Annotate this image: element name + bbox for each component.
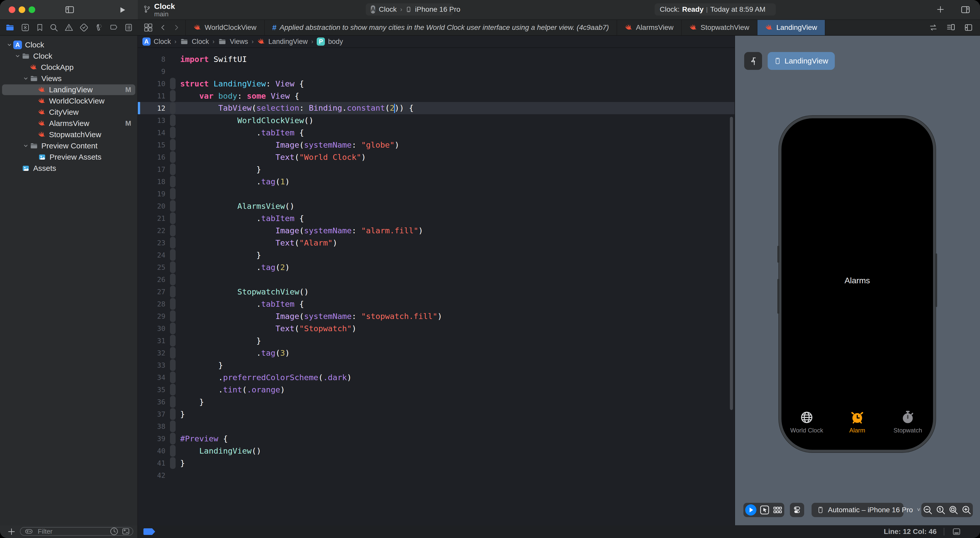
pin-preview-button[interactable] (744, 52, 762, 70)
issue-navigator-icon[interactable] (64, 23, 74, 32)
filter-field[interactable]: Filter (20, 527, 133, 536)
go-forward-icon[interactable] (173, 23, 180, 32)
add-file-icon[interactable] (7, 527, 16, 536)
fold-ribbon[interactable] (169, 151, 176, 163)
sidebar-item-cityview[interactable]: CityView (0, 106, 137, 118)
fold-ribbon[interactable] (169, 396, 176, 408)
run-button[interactable] (118, 6, 127, 14)
editor-tab-commit[interactable]: #Applied abstraction to show many cities… (264, 20, 617, 35)
find-navigator-icon[interactable] (49, 23, 59, 32)
library-plus-icon[interactable] (936, 5, 945, 14)
sidebar-item-views[interactable]: Views (0, 73, 137, 84)
zoom-100-icon[interactable] (935, 505, 946, 515)
fold-ribbon[interactable] (169, 347, 176, 359)
device-settings-button[interactable] (790, 503, 804, 517)
code-line-25[interactable]: 25 .tag(2) (138, 261, 735, 273)
fold-ribbon[interactable] (169, 408, 176, 420)
fold-ribbon[interactable] (169, 371, 176, 384)
report-navigator-icon[interactable] (124, 23, 133, 32)
editor-tab-stopwatchview[interactable]: StopwatchView (681, 20, 757, 35)
code-line-31[interactable]: 31 } (138, 335, 735, 347)
breakpoint-indicator[interactable] (143, 528, 155, 535)
project-navigator-icon[interactable] (5, 23, 15, 32)
code-line-12[interactable]: 12 TabView(selection: Binding.constant(2… (138, 102, 735, 114)
swap-editor-icon[interactable] (928, 23, 938, 32)
close-window-button[interactable] (9, 6, 15, 13)
fold-ribbon[interactable] (169, 261, 176, 273)
code-editor[interactable]: 8import SwiftUI910struct LandingView: Vi… (138, 48, 735, 525)
code-line-11[interactable]: 11 var body: some View { (138, 90, 735, 102)
code-line-26[interactable]: 26 (138, 273, 735, 286)
fold-ribbon[interactable] (169, 78, 176, 90)
breakpoint-navigator-icon[interactable] (109, 24, 119, 32)
editor-layout-icon[interactable] (951, 527, 962, 536)
code-line-22[interactable]: 22 Image(systemName: "alarm.fill") (138, 224, 735, 236)
toggle-sidebar-icon[interactable] (64, 5, 75, 14)
fold-ribbon[interactable] (169, 249, 176, 261)
sidebar-item-preview-assets[interactable]: Preview Assets (0, 151, 137, 163)
code-line-19[interactable]: 19 (138, 188, 735, 200)
code-line-17[interactable]: 17 } (138, 163, 735, 175)
editor-tab-alarmsview[interactable]: AlarmsView (617, 20, 681, 35)
fold-ribbon[interactable] (169, 273, 176, 286)
phone-tab-stopwatch[interactable]: Stopwatch (883, 411, 933, 434)
fold-ribbon[interactable] (169, 65, 176, 78)
code-line-15[interactable]: 15 Image(systemName: "globe") (138, 139, 735, 151)
test-navigator-icon[interactable] (80, 23, 89, 32)
sidebar-item-alarmsview[interactable]: AlarmsViewM (0, 118, 137, 129)
sidebar-item-clock[interactable]: Clock (0, 51, 137, 62)
fold-ribbon[interactable] (169, 420, 176, 432)
fold-ribbon[interactable] (169, 359, 176, 371)
sidebar-item-preview-content[interactable]: Preview Content (0, 140, 137, 151)
fold-ribbon[interactable] (169, 322, 176, 335)
iphone-preview[interactable]: Alarms World ClockAlarmStopwatch (779, 116, 935, 452)
activity-status[interactable]: Clock: Ready | Today at 8:59 AM (655, 3, 776, 16)
sidebar-item-assets[interactable]: Assets (0, 163, 137, 174)
go-back-icon[interactable] (160, 23, 166, 32)
phone-tab-alarm[interactable]: Alarm (832, 411, 883, 434)
editor-scrollbar[interactable] (730, 117, 733, 410)
code-line-34[interactable]: 34 .preferredColorScheme(.dark) (138, 371, 735, 384)
source-control-filter-icon[interactable] (121, 527, 130, 536)
zoom-in-icon[interactable] (961, 505, 972, 515)
code-line-13[interactable]: 13 WorldClockView() (138, 114, 735, 127)
breadcrumb-item-views[interactable]: Views (218, 38, 248, 46)
disclosure-chevron-icon[interactable] (23, 143, 30, 149)
zoom-out-icon[interactable] (923, 505, 933, 515)
code-line-20[interactable]: 20 AlarmsView() (138, 200, 735, 212)
fold-ribbon[interactable] (169, 224, 176, 236)
breadcrumb-item-body[interactable]: Pbody (317, 38, 343, 46)
code-line-35[interactable]: 35 .tint(.orange) (138, 384, 735, 396)
disclosure-chevron-icon[interactable] (15, 53, 21, 59)
disclosure-chevron-icon[interactable] (6, 42, 13, 48)
editor-tab-worldclockview[interactable]: WorldClockView (185, 20, 264, 35)
breadcrumb-item-landingview[interactable]: LandingView (257, 38, 308, 46)
fold-ribbon[interactable] (169, 432, 176, 445)
editor-options-icon[interactable] (946, 23, 956, 32)
fold-ribbon[interactable] (169, 127, 176, 139)
breadcrumb-item-clock[interactable]: AClock (142, 38, 171, 46)
fold-ribbon[interactable] (169, 212, 176, 224)
code-line-14[interactable]: 14 .tabItem { (138, 127, 735, 139)
breadcrumb-item-clock[interactable]: Clock (180, 38, 209, 46)
fold-ribbon[interactable] (169, 102, 176, 114)
fold-ribbon[interactable] (169, 139, 176, 151)
fold-ribbon[interactable] (169, 457, 176, 469)
disclosure-chevron-icon[interactable] (23, 76, 30, 81)
source-control-navigator-icon[interactable] (21, 23, 30, 32)
code-line-32[interactable]: 32 .tag(3) (138, 347, 735, 359)
minimize-window-button[interactable] (19, 6, 25, 13)
bookmark-navigator-icon[interactable] (36, 23, 44, 32)
fold-ribbon[interactable] (169, 236, 176, 249)
code-line-38[interactable]: 38 (138, 420, 735, 432)
code-line-27[interactable]: 27 StopwatchView() (138, 286, 735, 298)
fold-ribbon[interactable] (169, 445, 176, 457)
code-line-16[interactable]: 16 Text("World Clock") (138, 151, 735, 163)
live-preview-button[interactable] (745, 504, 757, 516)
related-items-icon[interactable] (143, 23, 153, 32)
jump-bar[interactable]: AClock›Clock›Views›LandingView›Pbody (138, 36, 735, 48)
fold-ribbon[interactable] (169, 114, 176, 127)
fold-ribbon[interactable] (169, 163, 176, 175)
filter-menu-icon[interactable] (23, 528, 35, 535)
fold-ribbon[interactable] (169, 175, 176, 188)
